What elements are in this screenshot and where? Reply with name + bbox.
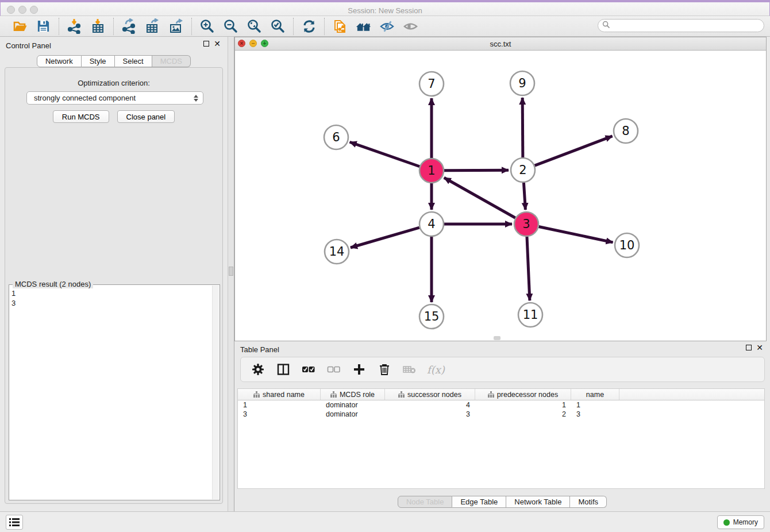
open-session-icon[interactable]: [12, 18, 28, 34]
graph-node-label-3: 3: [522, 217, 530, 231]
clone-network-icon[interactable]: [332, 18, 348, 34]
split-divider[interactable]: [228, 37, 234, 511]
optimization-criterion-select[interactable]: strongly connected component: [26, 91, 203, 105]
tab-style[interactable]: Style: [82, 55, 115, 67]
main-toolbar: [0, 16, 770, 37]
mcds-result-box: MCDS result (2 nodes) 13: [9, 284, 220, 500]
network-graph[interactable]: 7968124314101511: [235, 51, 766, 341]
status-bar: Memory: [0, 511, 770, 532]
network-window: × – + scc.txt 7968124314101511: [234, 37, 767, 341]
select-all-icon[interactable]: [301, 362, 316, 377]
memory-button[interactable]: Memory: [717, 515, 764, 529]
tab-network-table[interactable]: Network Table: [506, 496, 570, 508]
zoom-in-icon[interactable]: [199, 18, 215, 34]
export-network-icon[interactable]: [121, 18, 137, 34]
window-titlebar: Session: New Session: [0, 0, 770, 16]
memory-status-icon: [723, 519, 730, 526]
sort-icon: [253, 391, 260, 398]
table-header-row: shared name MCDS role successor nodes pr…: [238, 389, 764, 400]
close-panel-icon[interactable]: ✕: [214, 41, 221, 47]
split-column-icon[interactable]: [275, 362, 291, 377]
graph-node-label-1: 1: [428, 164, 435, 178]
graph-node-label-9: 9: [518, 76, 526, 90]
float-table-panel-icon[interactable]: [746, 345, 752, 350]
sort-icon: [398, 391, 405, 398]
zoom-fit-icon[interactable]: [247, 18, 262, 34]
table-panel: Table Panel ✕ f(x) shar: [234, 342, 770, 511]
table-toolbar: f(x): [240, 357, 765, 382]
col-mcds-role[interactable]: MCDS role: [321, 389, 385, 400]
export-image-icon[interactable]: [168, 18, 184, 34]
col-name[interactable]: name: [571, 389, 619, 400]
mcds-panel-body: Optimization criterion: strongly connect…: [5, 67, 223, 504]
sort-icon: [488, 391, 494, 398]
list-icon: [9, 518, 20, 526]
graph-node-label-6: 6: [332, 130, 340, 144]
graph-edge-2-3[interactable]: [523, 183, 525, 210]
table-row[interactable]: 3 dominator 3 2 3: [238, 410, 764, 419]
function-icon: f(x): [427, 364, 445, 376]
export-table-icon[interactable]: [145, 18, 160, 34]
float-panel-icon[interactable]: [203, 41, 209, 47]
tab-node-table[interactable]: Node Table: [398, 496, 453, 508]
zoom-selected-icon[interactable]: [270, 18, 286, 34]
network-canvas[interactable]: 7968124314101511: [235, 51, 766, 341]
delete-icon[interactable]: [376, 362, 392, 377]
graph-edge-3-1[interactable]: [444, 178, 515, 218]
col-shared-name[interactable]: shared name: [238, 389, 321, 400]
zoom-out-icon[interactable]: [223, 18, 238, 34]
save-session-icon[interactable]: [36, 18, 51, 34]
table-row[interactable]: 1 dominator 4 1 1: [238, 400, 764, 410]
refresh-icon[interactable]: [301, 18, 317, 34]
deselect-all-icon[interactable]: [326, 362, 341, 377]
graph-edge-1-6[interactable]: [350, 142, 420, 166]
sort-icon: [330, 391, 337, 398]
col-successor-nodes[interactable]: successor nodes: [385, 389, 475, 400]
eye-icon[interactable]: [403, 18, 418, 34]
task-history-button[interactable]: [6, 515, 23, 530]
run-mcds-button[interactable]: Run MCDS: [53, 110, 109, 123]
graph-node-label-4: 4: [428, 217, 435, 231]
home-icon[interactable]: [356, 18, 371, 34]
search-icon: [602, 21, 610, 30]
optimization-criterion-label: Optimization criterion:: [5, 79, 222, 87]
window-title: Session: New Session: [1, 6, 769, 15]
table-panel-title: Table Panel: [240, 345, 279, 354]
graph-node-label-15: 15: [424, 310, 440, 323]
tab-select[interactable]: Select: [115, 55, 152, 67]
dropdown-stepper-icon: [192, 93, 199, 103]
graph-edge-1-2[interactable]: [444, 170, 509, 171]
close-table-panel-icon[interactable]: ✕: [756, 345, 763, 350]
control-panel-title: Control Panel: [6, 41, 51, 50]
graph-node-label-2: 2: [519, 163, 526, 177]
import-network-icon[interactable]: [67, 18, 82, 34]
graph-edge-4-14[interactable]: [351, 228, 419, 248]
search-input[interactable]: [598, 19, 764, 32]
col-predecessor-nodes[interactable]: predecessor nodes: [475, 389, 571, 400]
memory-label: Memory: [733, 518, 758, 526]
result-scrollbar[interactable]: [212, 286, 219, 499]
control-panel-tabs: Network Style Select MCDS: [0, 55, 228, 67]
tab-network[interactable]: Network: [37, 55, 82, 67]
graph-edge-2-9[interactable]: [522, 98, 523, 157]
divider-grip[interactable]: [229, 267, 233, 276]
tab-edge-table[interactable]: Edge Table: [452, 496, 506, 508]
graph-edge-2-8[interactable]: [535, 136, 613, 165]
canvas-hscroll-thumb[interactable]: [494, 336, 500, 340]
tab-motifs[interactable]: Motifs: [570, 496, 607, 508]
graph-node-label-8: 8: [622, 124, 629, 138]
tab-mcds[interactable]: MCDS: [152, 55, 191, 67]
hide-eye-icon[interactable]: [379, 18, 395, 34]
dropdown-value: strongly connected component: [34, 94, 192, 102]
graph-edge-3-11[interactable]: [527, 237, 530, 300]
import-table-icon[interactable]: [90, 18, 106, 34]
gear-icon[interactable]: [250, 362, 265, 377]
mcds-result-text: 13: [11, 288, 16, 308]
table-tabs: Node Table Edge Table Network Table Moti…: [234, 496, 770, 508]
control-panel: Control Panel ✕ Network Style Select MCD…: [0, 37, 228, 511]
graph-edge-3-10[interactable]: [539, 227, 613, 242]
graph-node-label-7: 7: [428, 77, 435, 91]
add-column-icon[interactable]: [351, 362, 367, 377]
close-panel-button[interactable]: Close panel: [117, 110, 175, 123]
node-table[interactable]: shared name MCDS role successor nodes pr…: [237, 388, 765, 489]
